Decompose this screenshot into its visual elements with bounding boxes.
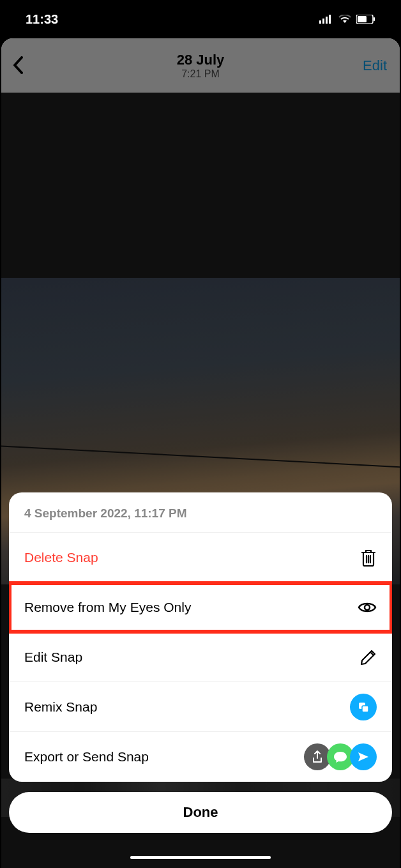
export-send-snap-button[interactable]: Export or Send Snap (9, 732, 392, 782)
svg-rect-1 (322, 19, 324, 24)
svg-rect-9 (362, 706, 368, 712)
svg-rect-2 (326, 17, 328, 24)
status-indicators (319, 15, 375, 24)
trash-icon (360, 549, 377, 567)
delete-snap-label: Delete Snap (24, 550, 98, 565)
remix-icon (350, 694, 377, 720)
eye-icon (358, 601, 377, 614)
sheet-timestamp: 4 September 2022, 11:17 PM (9, 492, 392, 533)
done-label: Done (183, 804, 218, 821)
wifi-icon (338, 15, 351, 24)
battery-icon (356, 15, 375, 24)
done-button[interactable]: Done (9, 792, 392, 833)
send-icon (350, 743, 377, 770)
svg-rect-6 (374, 17, 375, 21)
remove-from-my-eyes-only-button[interactable]: Remove from My Eyes Only (9, 582, 392, 632)
svg-rect-5 (358, 16, 367, 22)
home-indicator[interactable] (130, 856, 271, 859)
delete-snap-button[interactable]: Delete Snap (9, 533, 392, 582)
pencil-icon (360, 649, 377, 666)
remix-snap-label: Remix Snap (24, 699, 97, 715)
edit-snap-label: Edit Snap (24, 650, 82, 665)
svg-point-7 (365, 605, 370, 610)
svg-rect-0 (319, 20, 321, 24)
export-send-label: Export or Send Snap (24, 749, 149, 765)
status-time: 11:33 (26, 12, 58, 27)
signal-icon (319, 15, 333, 24)
status-bar: 11:33 (0, 0, 401, 38)
svg-rect-3 (329, 15, 331, 24)
remix-snap-button[interactable]: Remix Snap (9, 682, 392, 732)
remove-eyes-only-label: Remove from My Eyes Only (24, 600, 191, 615)
action-sheet: 4 September 2022, 11:17 PM Delete Snap R… (9, 492, 392, 782)
edit-snap-button[interactable]: Edit Snap (9, 632, 392, 682)
